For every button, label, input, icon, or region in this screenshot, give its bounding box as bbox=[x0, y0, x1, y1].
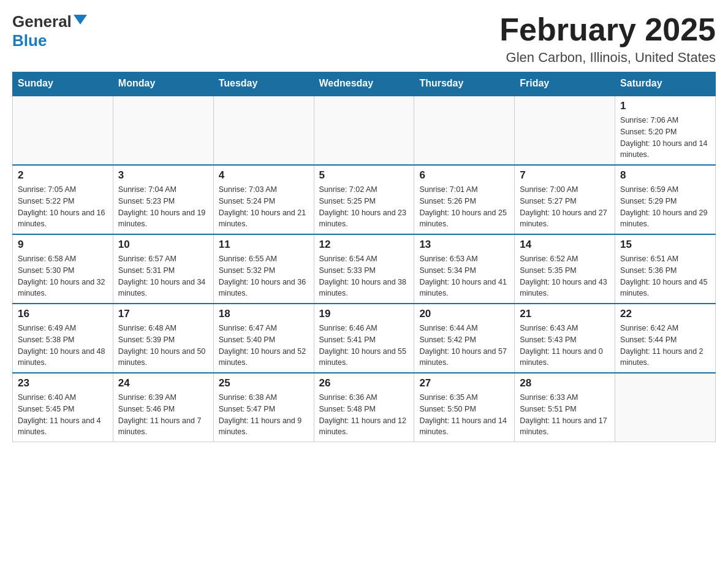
svg-marker-0 bbox=[74, 15, 87, 25]
day-info: Sunrise: 6:51 AM Sunset: 5:36 PM Dayligh… bbox=[620, 253, 710, 299]
day-info: Sunrise: 6:40 AM Sunset: 5:45 PM Dayligh… bbox=[18, 392, 108, 438]
calendar-cell: 6Sunrise: 7:01 AM Sunset: 5:26 PM Daylig… bbox=[414, 165, 515, 234]
logo-general: General bbox=[12, 12, 72, 31]
day-info: Sunrise: 6:57 AM Sunset: 5:31 PM Dayligh… bbox=[118, 253, 208, 299]
calendar-cell: 5Sunrise: 7:02 AM Sunset: 5:25 PM Daylig… bbox=[314, 165, 414, 234]
day-number: 2 bbox=[18, 169, 108, 182]
day-number: 17 bbox=[118, 308, 208, 320]
calendar-header-row: SundayMondayTuesdayWednesdayThursdayFrid… bbox=[13, 72, 716, 96]
calendar-cell: 24Sunrise: 6:39 AM Sunset: 5:46 PM Dayli… bbox=[113, 373, 213, 442]
calendar-week-row: 2Sunrise: 7:05 AM Sunset: 5:22 PM Daylig… bbox=[13, 165, 716, 234]
calendar-cell: 17Sunrise: 6:48 AM Sunset: 5:39 PM Dayli… bbox=[113, 304, 213, 373]
day-info: Sunrise: 7:05 AM Sunset: 5:22 PM Dayligh… bbox=[18, 184, 108, 230]
day-number: 19 bbox=[319, 308, 409, 320]
month-title: February 2025 bbox=[499, 12, 716, 47]
day-number: 11 bbox=[219, 239, 309, 251]
calendar-cell: 18Sunrise: 6:47 AM Sunset: 5:40 PM Dayli… bbox=[213, 304, 314, 373]
calendar-cell: 7Sunrise: 7:00 AM Sunset: 5:27 PM Daylig… bbox=[515, 165, 615, 234]
day-info: Sunrise: 7:04 AM Sunset: 5:23 PM Dayligh… bbox=[118, 184, 208, 230]
day-number: 20 bbox=[419, 308, 509, 320]
day-info: Sunrise: 6:58 AM Sunset: 5:30 PM Dayligh… bbox=[18, 253, 108, 299]
day-number: 5 bbox=[319, 169, 409, 182]
calendar-cell: 22Sunrise: 6:42 AM Sunset: 5:44 PM Dayli… bbox=[615, 304, 716, 373]
day-info: Sunrise: 6:36 AM Sunset: 5:48 PM Dayligh… bbox=[319, 392, 409, 438]
day-number: 7 bbox=[520, 169, 610, 182]
calendar-cell bbox=[615, 373, 716, 442]
day-info: Sunrise: 6:44 AM Sunset: 5:42 PM Dayligh… bbox=[419, 323, 509, 369]
day-info: Sunrise: 7:02 AM Sunset: 5:25 PM Dayligh… bbox=[319, 184, 409, 230]
day-number: 13 bbox=[419, 239, 509, 251]
day-number: 22 bbox=[620, 308, 710, 320]
calendar-week-row: 9Sunrise: 6:58 AM Sunset: 5:30 PM Daylig… bbox=[13, 234, 716, 304]
calendar-cell: 10Sunrise: 6:57 AM Sunset: 5:31 PM Dayli… bbox=[113, 234, 213, 304]
day-info: Sunrise: 6:49 AM Sunset: 5:38 PM Dayligh… bbox=[18, 323, 108, 369]
calendar-header-friday: Friday bbox=[515, 72, 615, 96]
day-number: 15 bbox=[620, 239, 710, 251]
day-number: 4 bbox=[219, 169, 309, 182]
day-info: Sunrise: 6:53 AM Sunset: 5:34 PM Dayligh… bbox=[419, 253, 509, 299]
calendar-cell: 16Sunrise: 6:49 AM Sunset: 5:38 PM Dayli… bbox=[13, 304, 113, 373]
location-title: Glen Carbon, Illinois, United States bbox=[499, 50, 716, 66]
day-info: Sunrise: 6:54 AM Sunset: 5:33 PM Dayligh… bbox=[319, 253, 409, 299]
day-number: 21 bbox=[520, 308, 610, 320]
day-info: Sunrise: 6:46 AM Sunset: 5:41 PM Dayligh… bbox=[319, 323, 409, 369]
calendar-cell bbox=[113, 96, 213, 165]
calendar-cell: 27Sunrise: 6:35 AM Sunset: 5:50 PM Dayli… bbox=[414, 373, 515, 442]
day-number: 9 bbox=[18, 239, 108, 251]
day-number: 8 bbox=[620, 169, 710, 182]
day-info: Sunrise: 7:00 AM Sunset: 5:27 PM Dayligh… bbox=[520, 184, 610, 230]
day-number: 14 bbox=[520, 239, 610, 251]
day-info: Sunrise: 6:33 AM Sunset: 5:51 PM Dayligh… bbox=[520, 392, 610, 438]
calendar-cell: 19Sunrise: 6:46 AM Sunset: 5:41 PM Dayli… bbox=[314, 304, 414, 373]
logo-triangle-icon bbox=[74, 15, 87, 25]
logo-blue: Blue bbox=[12, 31, 47, 50]
day-info: Sunrise: 7:01 AM Sunset: 5:26 PM Dayligh… bbox=[419, 184, 509, 230]
calendar-cell bbox=[414, 96, 515, 165]
day-number: 27 bbox=[419, 377, 509, 389]
calendar-cell bbox=[314, 96, 414, 165]
day-number: 28 bbox=[520, 377, 610, 389]
calendar-cell: 25Sunrise: 6:38 AM Sunset: 5:47 PM Dayli… bbox=[213, 373, 314, 442]
day-number: 12 bbox=[319, 239, 409, 251]
calendar-header-wednesday: Wednesday bbox=[314, 72, 414, 96]
logo: General Blue bbox=[12, 12, 87, 50]
calendar-table: SundayMondayTuesdayWednesdayThursdayFrid… bbox=[12, 72, 716, 442]
calendar-week-row: 1Sunrise: 7:06 AM Sunset: 5:20 PM Daylig… bbox=[13, 96, 716, 165]
calendar-cell: 20Sunrise: 6:44 AM Sunset: 5:42 PM Dayli… bbox=[414, 304, 515, 373]
day-info: Sunrise: 7:03 AM Sunset: 5:24 PM Dayligh… bbox=[219, 184, 309, 230]
day-number: 6 bbox=[419, 169, 509, 182]
calendar-cell: 2Sunrise: 7:05 AM Sunset: 5:22 PM Daylig… bbox=[13, 165, 113, 234]
calendar-cell: 1Sunrise: 7:06 AM Sunset: 5:20 PM Daylig… bbox=[615, 96, 716, 165]
calendar-cell: 3Sunrise: 7:04 AM Sunset: 5:23 PM Daylig… bbox=[113, 165, 213, 234]
calendar-header-sunday: Sunday bbox=[13, 72, 113, 96]
calendar-cell: 11Sunrise: 6:55 AM Sunset: 5:32 PM Dayli… bbox=[213, 234, 314, 304]
calendar-cell: 4Sunrise: 7:03 AM Sunset: 5:24 PM Daylig… bbox=[213, 165, 314, 234]
calendar-cell: 14Sunrise: 6:52 AM Sunset: 5:35 PM Dayli… bbox=[515, 234, 615, 304]
day-info: Sunrise: 6:59 AM Sunset: 5:29 PM Dayligh… bbox=[620, 184, 710, 230]
day-number: 3 bbox=[118, 169, 208, 182]
calendar-week-row: 23Sunrise: 6:40 AM Sunset: 5:45 PM Dayli… bbox=[13, 373, 716, 442]
calendar-cell: 23Sunrise: 6:40 AM Sunset: 5:45 PM Dayli… bbox=[13, 373, 113, 442]
calendar-cell: 28Sunrise: 6:33 AM Sunset: 5:51 PM Dayli… bbox=[515, 373, 615, 442]
day-info: Sunrise: 6:39 AM Sunset: 5:46 PM Dayligh… bbox=[118, 392, 208, 438]
day-info: Sunrise: 7:06 AM Sunset: 5:20 PM Dayligh… bbox=[620, 115, 710, 161]
page-header: General Blue February 2025 Glen Carbon, … bbox=[12, 12, 716, 66]
calendar-cell bbox=[13, 96, 113, 165]
calendar-cell: 8Sunrise: 6:59 AM Sunset: 5:29 PM Daylig… bbox=[615, 165, 716, 234]
calendar-header-monday: Monday bbox=[113, 72, 213, 96]
title-area: February 2025 Glen Carbon, Illinois, Uni… bbox=[499, 12, 716, 66]
day-number: 1 bbox=[620, 100, 710, 112]
calendar-cell: 26Sunrise: 6:36 AM Sunset: 5:48 PM Dayli… bbox=[314, 373, 414, 442]
day-info: Sunrise: 6:55 AM Sunset: 5:32 PM Dayligh… bbox=[219, 253, 309, 299]
calendar-week-row: 16Sunrise: 6:49 AM Sunset: 5:38 PM Dayli… bbox=[13, 304, 716, 373]
day-info: Sunrise: 6:35 AM Sunset: 5:50 PM Dayligh… bbox=[419, 392, 509, 438]
calendar-header-tuesday: Tuesday bbox=[213, 72, 314, 96]
calendar-header-saturday: Saturday bbox=[615, 72, 716, 96]
calendar-cell: 13Sunrise: 6:53 AM Sunset: 5:34 PM Dayli… bbox=[414, 234, 515, 304]
day-info: Sunrise: 6:43 AM Sunset: 5:43 PM Dayligh… bbox=[520, 323, 610, 369]
calendar-cell: 9Sunrise: 6:58 AM Sunset: 5:30 PM Daylig… bbox=[13, 234, 113, 304]
calendar-cell: 15Sunrise: 6:51 AM Sunset: 5:36 PM Dayli… bbox=[615, 234, 716, 304]
calendar-cell: 12Sunrise: 6:54 AM Sunset: 5:33 PM Dayli… bbox=[314, 234, 414, 304]
calendar-cell bbox=[213, 96, 314, 165]
day-number: 18 bbox=[219, 308, 309, 320]
